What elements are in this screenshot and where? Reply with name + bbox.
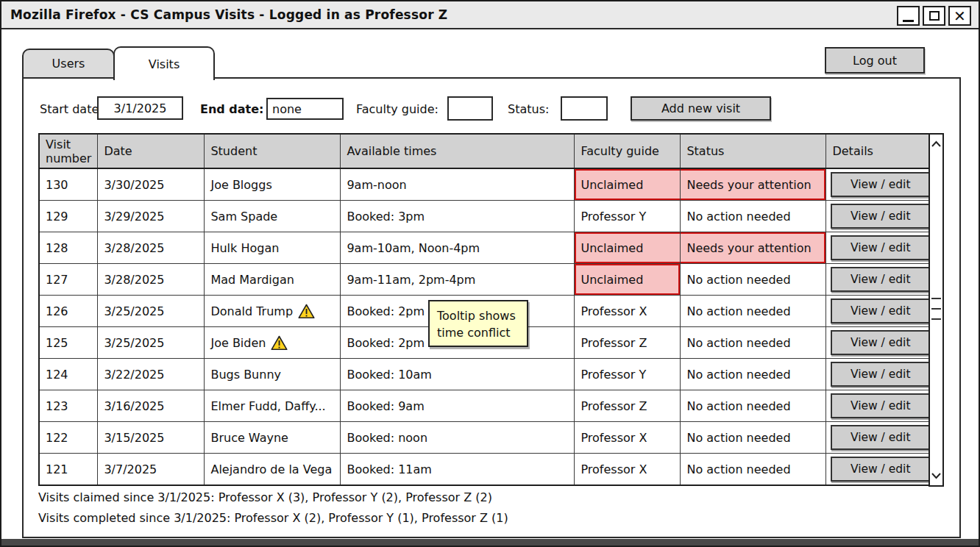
cell-faculty-guide: Unclaimed [575,232,681,264]
table-row: 122 3/15/2025 Bruce Wayne [39,422,935,454]
end-date-input[interactable] [266,98,344,120]
view-edit-button[interactable]: View / edit [831,235,930,260]
tab-users[interactable]: Users [22,49,115,79]
cell-visit-number: 130 [39,168,98,201]
view-edit-button[interactable]: View / edit [831,425,930,450]
cell-faculty-guide: Professor Z [575,390,681,422]
cell-faculty-guide: Professor Y [575,359,681,390]
minimize-icon [903,20,914,22]
scroll-down-icon[interactable] [930,471,942,481]
student-name: Bruce Wayne [210,431,288,445]
time-conflict-tooltip: Tooltip shows time conflict [428,300,528,347]
cell-student: Donald Trump [205,296,341,327]
cell-times: Booked: 9am [341,390,575,422]
view-edit-button[interactable]: View / edit [831,267,930,292]
cell-student: Bruce Wayne [205,422,341,454]
cell-date: 3/22/2025 [98,359,205,390]
logout-button[interactable]: Log out [825,47,925,74]
cell-times: Booked: noon [341,422,575,454]
student-name: Donald Trump [210,304,293,318]
header-status: Status [681,134,826,168]
tab-visits[interactable]: Visits [113,46,215,80]
cell-faculty-guide: Unclaimed [575,264,681,296]
cell-faculty-guide: Professor X [575,454,681,486]
view-edit-button[interactable]: View / edit [831,298,930,323]
cell-details: View / edit [826,232,935,264]
cell-status: No action needed [681,359,826,390]
student-name: Mad Mardigan [210,273,294,287]
cell-date: 3/15/2025 [98,422,205,454]
student-name: Sam Spade [210,210,277,224]
cell-faculty-guide: Professor Z [575,327,681,359]
cell-status: No action needed [681,390,826,422]
student-name: Joe Biden [210,336,266,350]
cell-faculty-guide: Professor X [575,296,681,327]
cell-status: No action needed [681,454,826,486]
student-name: Alejandro de la Vega [210,462,332,476]
add-new-visit-button[interactable]: Add new visit [631,96,771,121]
cell-visit-number: 121 [39,454,98,486]
cell-faculty-guide: Unclaimed [575,168,681,201]
view-edit-button[interactable]: View / edit [831,330,930,355]
status-input[interactable] [561,96,608,121]
cell-visit-number: 122 [39,422,98,454]
cell-date: 3/7/2025 [98,454,205,486]
cell-student: Joe Bloggs [205,168,341,201]
cell-status: No action needed [681,422,826,454]
logout-label: Log out [853,54,897,68]
cell-details: View / edit [826,201,935,232]
faculty-guide-input[interactable] [447,96,493,121]
table-row: 129 3/29/2025 Sam Spade B [39,201,935,232]
cell-times: Booked: 3pm [341,201,575,232]
cell-status: No action needed [681,264,826,296]
cell-status: No action needed [681,327,826,359]
faculty-guide-label: Faculty guide: [356,102,438,116]
table-scrollbar[interactable] [928,133,944,487]
table-row: 121 3/7/2025 Alejandro de la Vega [39,454,935,486]
view-edit-button[interactable]: View / edit [831,362,930,387]
view-edit-button[interactable]: View / edit [831,457,930,482]
status-label: Status: [508,102,549,116]
close-icon: ✕ [954,9,966,24]
table-row: 124 3/22/2025 Bugs Bunny [39,359,935,390]
visits-claimed-summary: Visits claimed since 3/1/2025: Professor… [38,490,492,504]
scroll-up-icon[interactable] [930,139,942,149]
maximize-button[interactable] [923,6,945,26]
cell-status: No action needed [681,296,826,327]
student-name: Bugs Bunny [210,368,281,382]
cell-student: Alejandro de la Vega [205,454,341,486]
maximize-icon [929,11,940,21]
window-bottom-edge [1,539,979,546]
cell-details: View / edit [826,296,935,327]
header-available-times: Available times [341,134,575,168]
app-window: Mozilla Firefox - CS Campus Visits - Log… [0,0,980,547]
tooltip-line-2: time conflict [437,324,519,341]
cell-visit-number: 123 [39,390,98,422]
cell-student: Mad Mardigan [205,264,341,296]
table-row: 127 3/28/2025 Mad Mardigan [39,264,935,296]
cell-student: Bugs Bunny [205,359,341,390]
cell-details: View / edit [826,454,935,486]
cell-faculty-guide: Professor Y [575,201,681,232]
cell-times: 9am-noon [341,168,575,201]
header-date: Date [98,134,205,168]
cell-visit-number: 126 [39,296,98,327]
view-edit-button[interactable]: View / edit [831,172,930,197]
cell-details: View / edit [826,390,935,422]
table-row: 128 3/28/2025 Hulk Hogan [39,232,935,264]
minimize-button[interactable] [897,6,920,26]
end-date-label: End date: [200,102,264,116]
view-edit-button[interactable]: View / edit [831,393,930,418]
add-new-visit-label: Add new visit [661,101,740,115]
scrollbar-thumb-grip[interactable] [931,298,941,329]
student-name: Elmer Fudd, Daffy... [210,399,325,413]
tab-users-label: Users [52,57,85,71]
view-edit-button[interactable]: View / edit [831,204,930,229]
cell-date: 3/25/2025 [98,327,205,359]
close-button[interactable]: ✕ [948,6,971,26]
cell-faculty-guide: Professor X [575,422,681,454]
cell-details: View / edit [826,264,935,296]
table-row: 130 3/30/2025 Joe Bloggs [39,168,935,201]
start-date-input[interactable] [97,96,183,120]
cell-status: Needs your attention [681,232,826,264]
